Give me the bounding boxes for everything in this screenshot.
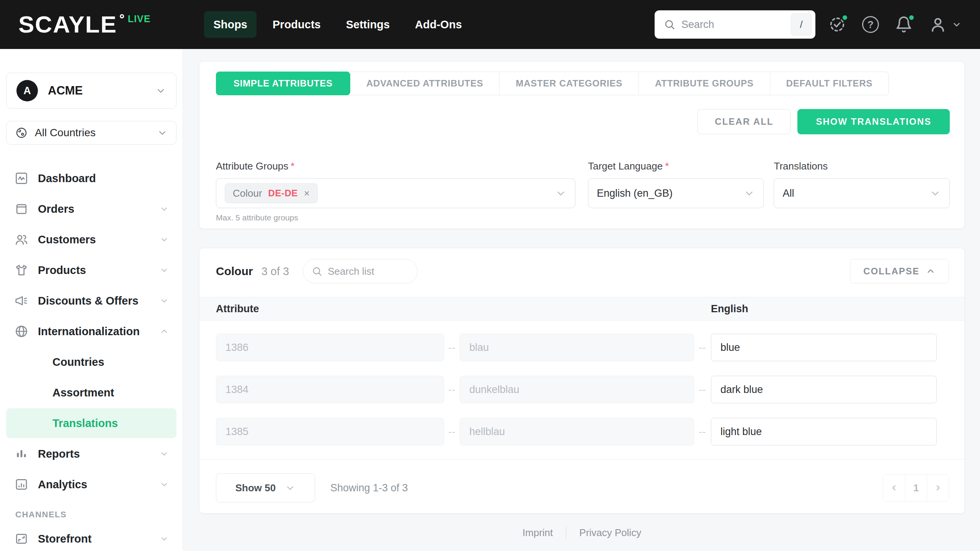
row-separator: --	[444, 426, 460, 437]
chevron-down-icon	[160, 235, 169, 244]
country-selector[interactable]: All Countries	[6, 121, 176, 145]
pagination-next-button[interactable]	[927, 474, 949, 501]
chevron-down-icon	[160, 534, 169, 543]
products-shirt-icon	[14, 263, 29, 277]
page-size-select[interactable]: Show 50	[216, 473, 315, 502]
pagination-prev-button[interactable]	[883, 474, 905, 501]
sidebar-item-label: Dashboard	[38, 172, 96, 185]
user-account-menu[interactable]	[929, 15, 962, 34]
chevron-down-icon	[160, 204, 169, 214]
sidebar-item-internationalization[interactable]: Internationalization	[0, 316, 183, 347]
internationalization-globe-icon	[14, 324, 29, 339]
table-header: Colour 3 of 3 COLLAPSE	[199, 248, 964, 297]
attribute-tabs: SIMPLE ATTRIBUTES ADVANCED ATTRIBUTES MA…	[216, 72, 889, 95]
attribute-id-field	[216, 334, 444, 361]
attribute-groups-label: Attribute Groups*	[216, 160, 575, 172]
source-value-field	[460, 376, 694, 403]
table-row: -- --	[216, 334, 964, 361]
table-count: 3 of 3	[261, 265, 289, 278]
column-header-english: English	[711, 303, 937, 315]
translations-label: Translations	[774, 160, 950, 172]
chevron-down-icon	[929, 187, 941, 199]
target-language-select[interactable]: English (en_GB)	[588, 178, 764, 208]
row-separator: --	[444, 384, 460, 395]
label-text: Target Language	[588, 160, 663, 172]
tab-master-categories[interactable]: MASTER CATEGORIES	[499, 72, 639, 95]
sidebar-item-customers[interactable]: Customers	[0, 224, 183, 255]
translations-select[interactable]: All	[774, 178, 950, 208]
show-translations-button[interactable]: SHOW TRANSLATIONS	[797, 109, 950, 134]
sidebar-subitem-assortment[interactable]: Assortment	[0, 377, 183, 408]
search-input[interactable]	[681, 19, 785, 31]
system-status-icon[interactable]	[828, 16, 846, 33]
label-text: Attribute Groups	[216, 160, 288, 172]
selected-value: All	[782, 187, 794, 199]
country-selector-label: All Countries	[35, 127, 96, 139]
tab-default-filters[interactable]: DEFAULT FILTERS	[770, 72, 889, 95]
chevron-up-icon	[926, 266, 936, 276]
column-header-attribute: Attribute	[216, 303, 444, 315]
sidebar-item-orders[interactable]: Orders	[0, 194, 183, 224]
global-search[interactable]: /	[655, 10, 815, 39]
live-badge: LIVE	[128, 13, 151, 24]
account-selector[interactable]: A ACME	[6, 73, 176, 109]
imprint-link[interactable]: Imprint	[523, 527, 553, 539]
chevron-down-icon	[160, 266, 169, 275]
notifications-bell-icon[interactable]	[895, 16, 913, 33]
list-search-input[interactable]	[328, 266, 409, 277]
filters-row: Attribute Groups* Colour DE-DE × Max. 5 …	[216, 160, 950, 222]
required-asterisk: *	[665, 160, 669, 172]
sidebar-item-reports[interactable]: Reports	[0, 439, 183, 469]
user-icon	[929, 15, 947, 34]
scayle-logo-text: SCAYLE	[18, 13, 117, 36]
topnav-item-shops[interactable]: Shops	[204, 11, 256, 38]
selected-value: English (en_GB)	[597, 187, 673, 199]
filter-actions: CLEAR ALL SHOW TRANSLATIONS	[216, 109, 950, 134]
chip-remove-icon[interactable]: ×	[304, 188, 310, 198]
chevron-down-icon	[160, 296, 169, 305]
analytics-icon	[14, 477, 29, 492]
sidebar-item-label: Reports	[38, 448, 80, 460]
chevron-up-icon	[160, 327, 169, 336]
sidebar-item-label: Customers	[38, 233, 96, 246]
sidebar-item-storefront[interactable]: Storefront	[0, 523, 183, 551]
sidebar-item-discounts-offers[interactable]: Discounts & Offers	[0, 285, 183, 316]
clear-all-button[interactable]: CLEAR ALL	[697, 109, 791, 134]
table-footer: Show 50 Showing 1-3 of 3 1	[199, 459, 964, 513]
megaphone-icon	[14, 293, 29, 308]
help-icon[interactable]: ?	[862, 16, 879, 33]
tab-attribute-groups[interactable]: ATTRIBUTE GROUPS	[639, 72, 770, 95]
sidebar-item-analytics[interactable]: Analytics	[0, 469, 183, 500]
sidebar-subitem-countries[interactable]: Countries	[0, 347, 183, 377]
top-navigation: Shops Products Settings Add-Ons	[204, 11, 471, 38]
sidebar-subitem-translations[interactable]: Translations	[6, 408, 176, 438]
list-search[interactable]	[303, 259, 418, 284]
pagination-page-1[interactable]: 1	[905, 474, 927, 501]
topnav-item-addons[interactable]: Add-Ons	[406, 11, 471, 38]
chevron-down-icon	[285, 483, 296, 493]
attribute-id-field	[216, 418, 444, 445]
collapse-button[interactable]: COLLAPSE	[850, 259, 949, 284]
translations-filter: Translations All	[774, 160, 950, 222]
translation-input[interactable]	[711, 376, 937, 403]
sidebar-item-products[interactable]: Products	[0, 255, 183, 285]
search-icon	[664, 19, 675, 30]
sidebar-item-label: Analytics	[38, 478, 87, 491]
chevron-down-icon	[160, 449, 169, 458]
attribute-groups-multiselect[interactable]: Colour DE-DE ×	[216, 178, 575, 208]
slash-shortcut-key: /	[791, 13, 812, 36]
topnav-item-products[interactable]: Products	[263, 11, 330, 38]
attribute-groups-helper: Max. 5 attribute groups	[216, 213, 575, 222]
privacy-policy-link[interactable]: Privacy Policy	[579, 527, 641, 539]
chevron-down-icon	[952, 20, 962, 29]
tab-advanced-attributes[interactable]: ADVANCED ATTRIBUTES	[350, 72, 499, 95]
tab-simple-attributes[interactable]: SIMPLE ATTRIBUTES	[216, 72, 350, 95]
sidebar-item-dashboard[interactable]: Dashboard	[0, 163, 183, 194]
table-column-headers: Attribute English	[199, 297, 964, 321]
topnav-item-settings[interactable]: Settings	[337, 11, 399, 38]
filters-card: SIMPLE ATTRIBUTES ADVANCED ATTRIBUTES MA…	[199, 61, 965, 229]
translation-input[interactable]	[711, 418, 937, 445]
status-green-dot	[841, 14, 849, 21]
translation-input[interactable]	[711, 334, 937, 361]
collapse-label: COLLAPSE	[863, 266, 920, 277]
